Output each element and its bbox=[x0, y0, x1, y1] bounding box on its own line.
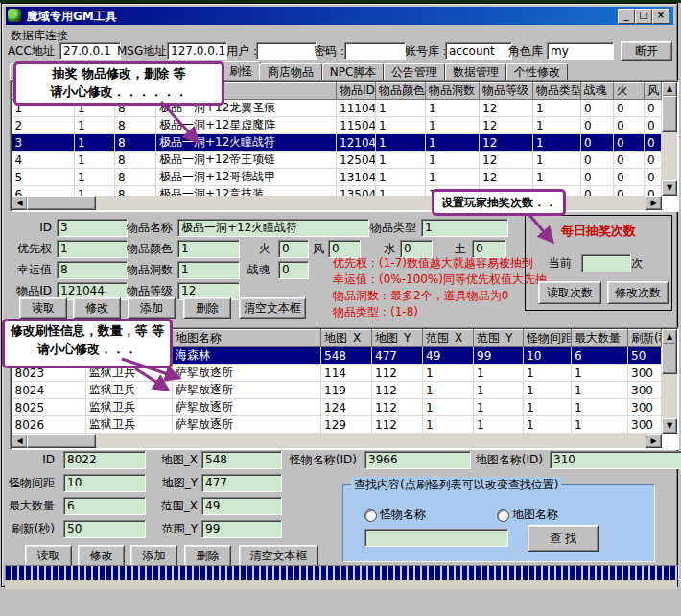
close-icon[interactable]: × bbox=[652, 9, 669, 24]
map-y-field[interactable]: 477 bbox=[201, 474, 282, 492]
tab-personalize[interactable]: 个性修改 bbox=[506, 63, 568, 81]
column-header[interactable]: 物品洞数 bbox=[426, 83, 480, 100]
map-x-field[interactable]: 548 bbox=[201, 451, 282, 469]
column-header[interactable]: 范围_Y bbox=[474, 330, 524, 347]
holes-field[interactable]: 1 bbox=[177, 261, 240, 279]
item-type-field[interactable]: 1 bbox=[421, 219, 508, 237]
search-button[interactable]: 查 找 bbox=[528, 525, 599, 552]
column-header[interactable]: 火 bbox=[614, 83, 645, 100]
search-input[interactable] bbox=[364, 529, 508, 547]
table-row[interactable]: 218极品一洞+12星虚魔阵11504411121000 bbox=[12, 117, 662, 134]
range-x-field[interactable]: 49 bbox=[201, 497, 282, 515]
table-cell: 50 bbox=[628, 347, 662, 365]
password-input[interactable] bbox=[344, 42, 406, 60]
column-header[interactable]: 刷新(秒) bbox=[628, 330, 662, 347]
radio-monster-name[interactable] bbox=[364, 509, 377, 522]
table-cell: 1 bbox=[572, 382, 628, 399]
range-y-field[interactable]: 99 bbox=[201, 520, 282, 538]
account-db-label: 账号库： bbox=[405, 42, 451, 60]
item-hscroll-thumb[interactable] bbox=[27, 196, 96, 210]
map-name-id-field[interactable]: 310 bbox=[550, 451, 681, 469]
monster-table-hscrollbar[interactable]: ◀ ▶ bbox=[12, 434, 662, 448]
tab-announcement[interactable]: 公告管理 bbox=[384, 63, 445, 81]
table-cell: 114 bbox=[321, 365, 372, 382]
modify-count-button[interactable]: 修改次数 bbox=[607, 281, 669, 304]
minimize-icon[interactable]: _ bbox=[618, 9, 635, 24]
scroll-right-icon[interactable]: ▶ bbox=[646, 434, 662, 448]
scroll-left-icon[interactable]: ◀ bbox=[12, 434, 28, 448]
monster-hscroll-thumb[interactable] bbox=[27, 434, 96, 448]
item-crud-button[interactable]: 读取 bbox=[19, 297, 67, 319]
item-crud-button[interactable]: 添加 bbox=[128, 297, 176, 319]
item-table-vscrollbar[interactable]: ▲ ▼ bbox=[662, 82, 677, 196]
monster-crud-button[interactable]: 删除 bbox=[184, 545, 231, 567]
table-row[interactable]: 418极品一洞+12帝王项链12504411121000 bbox=[12, 152, 662, 169]
scroll-down-icon[interactable]: ▼ bbox=[662, 180, 677, 196]
read-count-button[interactable]: 读取次数 bbox=[538, 281, 601, 304]
monster-id-field[interactable]: 8022 bbox=[63, 451, 146, 469]
column-header[interactable]: 物品等级 bbox=[480, 83, 533, 100]
table-cell: 1 bbox=[474, 365, 524, 382]
table-row[interactable]: 318极品一洞+12火瞳战符12104411121000 bbox=[12, 134, 662, 152]
soul-field[interactable]: 0 bbox=[278, 261, 309, 279]
scroll-up-icon[interactable]: ▲ bbox=[662, 329, 677, 344]
table-cell: 极品一洞+12哥德战甲 bbox=[156, 169, 337, 186]
tab-npc-script[interactable]: NPC脚本 bbox=[322, 63, 384, 81]
item-color-field[interactable]: 1 bbox=[177, 240, 240, 258]
column-header[interactable]: 风 bbox=[645, 83, 662, 100]
tab-data-manage[interactable]: 数据管理 bbox=[445, 63, 506, 81]
column-header[interactable]: 战魂 bbox=[581, 83, 614, 100]
table-cell: 135044 bbox=[337, 186, 376, 197]
item-crud-button[interactable]: 清空文本框 bbox=[239, 297, 306, 319]
monster-name-id-field[interactable]: 3966 bbox=[364, 451, 471, 469]
column-header[interactable]: 地图名称 bbox=[173, 330, 321, 347]
column-header[interactable]: 地图_X bbox=[321, 330, 372, 347]
map-name-id-label: 地图名称(ID) bbox=[460, 451, 543, 469]
maximize-icon[interactable]: □ bbox=[635, 9, 652, 24]
scroll-down-icon[interactable]: ▼ bbox=[662, 418, 677, 434]
table-cell: 极品一洞+12火瞳战符 bbox=[156, 134, 337, 152]
table-cell: 极品一洞+12星虚魔阵 bbox=[156, 117, 337, 134]
item-crud-button[interactable]: 删除 bbox=[183, 297, 231, 319]
table-row[interactable]: 518极品一洞+12哥德战甲13104411121000 bbox=[12, 169, 662, 186]
role-db-input[interactable]: my bbox=[547, 42, 614, 60]
table-row[interactable]: 8024监狱卫兵萨挐放逐所1191121111300 bbox=[12, 382, 662, 399]
column-header[interactable]: 物品颜色 bbox=[376, 83, 426, 100]
column-header[interactable]: 怪物间距 bbox=[524, 330, 572, 347]
disconnect-button[interactable]: 断开 bbox=[621, 41, 672, 61]
wind-label: 风 bbox=[294, 240, 324, 258]
table-row[interactable]: 8026监狱卫兵萨挐放逐所1291121111300 bbox=[12, 416, 662, 434]
monster-table-vscrollbar[interactable]: ▲ ▼ bbox=[662, 329, 677, 434]
column-header[interactable]: 最大数量 bbox=[572, 330, 628, 347]
current-count-field[interactable] bbox=[581, 254, 631, 272]
account-db-input[interactable]: account bbox=[445, 42, 512, 60]
table-row[interactable]: 8025监狱卫兵萨挐放逐所1241121111300 bbox=[12, 399, 662, 416]
acc-address-input[interactable]: 27.0.0.1 bbox=[59, 42, 121, 60]
column-header[interactable]: 物品ID bbox=[337, 83, 376, 100]
msg-address-input[interactable]: 127.0.0.1 bbox=[167, 42, 227, 60]
title-bar[interactable]: 魔域专用GM工具 _ □ × bbox=[6, 7, 673, 25]
column-header[interactable]: 物品类型 bbox=[533, 83, 581, 100]
monster-crud-button[interactable]: 修改 bbox=[78, 545, 125, 567]
tab-shop-items[interactable]: 商店物品 bbox=[259, 63, 322, 81]
monster-gap-field[interactable]: 10 bbox=[63, 474, 146, 492]
item-crud-button[interactable]: 修改 bbox=[73, 297, 121, 319]
column-header[interactable]: 范围_X bbox=[423, 330, 474, 347]
monster-vscroll-thumb[interactable] bbox=[662, 344, 677, 374]
scroll-left-icon[interactable]: ◀ bbox=[12, 196, 28, 210]
radio-map-name[interactable] bbox=[497, 509, 509, 522]
table-cell: 4 bbox=[12, 152, 75, 169]
scroll-up-icon[interactable]: ▲ bbox=[662, 82, 677, 97]
user-input[interactable] bbox=[256, 42, 317, 60]
monster-refresh-field[interactable]: 50 bbox=[63, 520, 146, 538]
monster-max-field[interactable]: 6 bbox=[63, 497, 146, 515]
item-name-field[interactable]: 极品一洞+12火瞳战符 bbox=[177, 219, 369, 237]
table-cell: 1 bbox=[75, 169, 115, 186]
scroll-right-icon[interactable]: ▶ bbox=[646, 196, 662, 210]
lottery-panel: 每日抽奖次数 当前 次 读取次数 修改次数 bbox=[525, 215, 672, 311]
item-vscroll-thumb[interactable] bbox=[662, 96, 677, 132]
monster-crud-button[interactable]: 清空文本框 bbox=[239, 545, 318, 567]
monster-crud-button[interactable]: 读取 bbox=[25, 545, 72, 567]
column-header[interactable]: 地图_Y bbox=[372, 330, 423, 347]
monster-crud-button[interactable]: 添加 bbox=[130, 545, 177, 567]
